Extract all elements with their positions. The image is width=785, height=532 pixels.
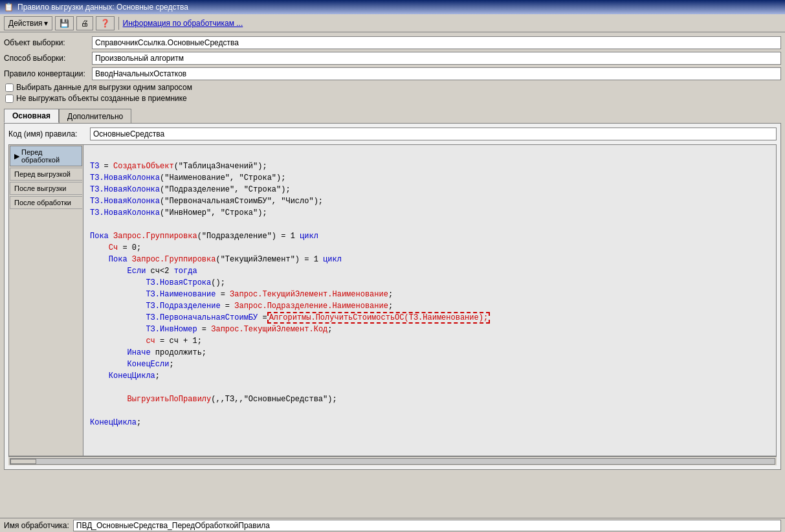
- after-export-button[interactable]: После выгрузки: [10, 182, 82, 195]
- code-name-row: Код (имя) правила: ОсновныеСредства: [8, 127, 777, 140]
- after-processing-button[interactable]: После обработки: [10, 196, 82, 209]
- object-value[interactable]: СправочникСсылка.ОсновныеСредства: [92, 36, 781, 49]
- before-export-button[interactable]: Перед выгрузкой: [10, 168, 82, 181]
- select-once-label: Выбирать данные для выгрузки одним запро…: [16, 83, 192, 92]
- sidebar-buttons: ▶ Перед обработкой Перед выгрузкой После…: [9, 145, 83, 456]
- actions-label: Действия: [8, 19, 43, 28]
- toolbar: Действия ▾ 💾 🖨 ❓ Информация по обработчи…: [0, 14, 785, 32]
- code-display[interactable]: ТЗ = СоздатьОбъект("ТаблицаЗначений"); Т…: [83, 145, 776, 456]
- main-content: Объект выборки: СправочникСсылка.Основны…: [0, 32, 785, 532]
- status-label: Имя обработчика:: [4, 521, 69, 530]
- method-value[interactable]: Произвольный алгоритм: [92, 52, 781, 65]
- method-field-row: Способ выборки: Произвольный алгоритм: [4, 52, 781, 65]
- info-link[interactable]: Информация по обработчикам ...: [123, 19, 243, 28]
- dropdown-arrow-icon: ▾: [44, 19, 48, 28]
- toolbar-separator: [118, 17, 119, 30]
- title-bar-icon: 📋: [4, 3, 14, 12]
- scroll-thumb[interactable]: [10, 459, 36, 464]
- no-export-label: Не выгружать объекты созданные в приемни…: [16, 94, 187, 103]
- no-export-row: Не выгружать объекты созданные в приемни…: [4, 94, 781, 103]
- tab-advanced[interactable]: Дополнительно: [59, 109, 131, 123]
- conversion-value[interactable]: ВводНачальныхОстатков: [92, 67, 781, 80]
- code-name-label: Код (имя) правила:: [8, 129, 86, 139]
- status-bar: Имя обработчика: ПВД_ОсновныеСредства_Пе…: [0, 518, 785, 532]
- tabs-container: Основная Дополнительно Код (имя) правила…: [4, 109, 781, 470]
- object-field-row: Объект выборки: СправочникСсылка.Основны…: [4, 36, 781, 49]
- print-button[interactable]: 🖨: [76, 16, 93, 30]
- conversion-label: Правило конвертации:: [4, 69, 88, 78]
- title-bar-text: Правило выгрузки данных: Основные средст…: [17, 3, 188, 12]
- tab-bar: Основная Дополнительно: [4, 109, 781, 123]
- tab-content-main: Код (имя) правила: ОсновныеСредства ▶ Пе…: [4, 123, 781, 470]
- before-processing-button[interactable]: ▶ Перед обработкой: [10, 146, 82, 166]
- horizontal-scrollbar[interactable]: [8, 456, 777, 465]
- code-editor-area: ▶ Перед обработкой Перед выгрузкой После…: [8, 144, 777, 456]
- save-button[interactable]: 💾: [55, 16, 74, 30]
- scroll-track[interactable]: [10, 458, 775, 465]
- method-label: Способ выборки:: [4, 54, 88, 63]
- help-button[interactable]: ❓: [96, 16, 115, 30]
- no-export-checkbox[interactable]: [5, 94, 14, 103]
- tab-main[interactable]: Основная: [4, 109, 59, 123]
- title-bar: 📋 Правило выгрузки данных: Основные сред…: [0, 0, 785, 14]
- select-once-checkbox[interactable]: [5, 83, 14, 92]
- select-once-row: Выбирать данные для выгрузки одним запро…: [4, 83, 781, 92]
- before-processing-icon: ▶: [14, 152, 19, 161]
- actions-button[interactable]: Действия ▾: [4, 16, 52, 30]
- status-value: ПВД_ОсновныеСредства_ПередОбработкойПрав…: [73, 520, 781, 531]
- conversion-field-row: Правило конвертации: ВводНачальныхОстатк…: [4, 67, 781, 80]
- object-label: Объект выборки:: [4, 38, 88, 47]
- code-name-value[interactable]: ОсновныеСредства: [90, 127, 777, 140]
